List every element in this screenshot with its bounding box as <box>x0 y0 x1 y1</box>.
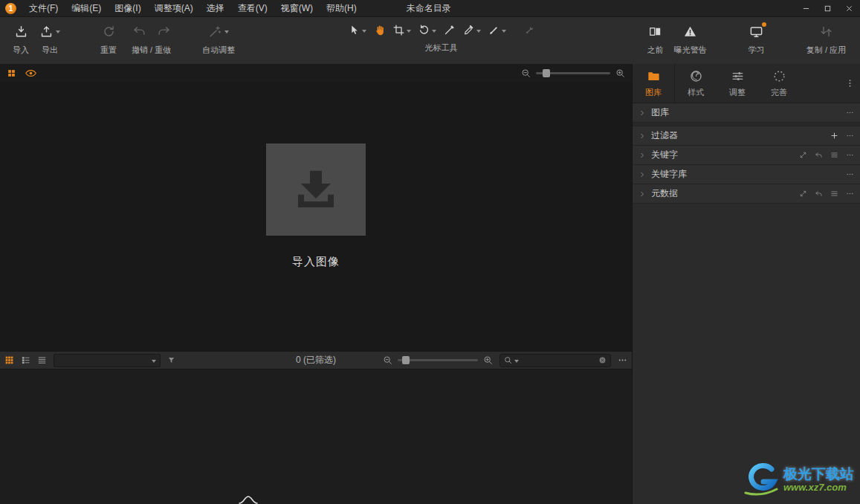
import-prompt-text: 导入图像 <box>292 255 340 269</box>
pick-color-tool[interactable] <box>462 24 481 36</box>
exposure-warning-label: 曝光警告 <box>674 45 707 56</box>
compact-view-icon[interactable] <box>37 355 47 365</box>
pen-icon <box>443 24 456 36</box>
auto-adjust-icon <box>208 25 222 39</box>
more-icon[interactable] <box>846 151 854 159</box>
expand-icon[interactable] <box>799 190 807 198</box>
learn-button[interactable]: 学习 <box>743 17 770 64</box>
section-keyword-library-label: 关键字库 <box>651 168 687 181</box>
filter-funnel-icon[interactable] <box>167 356 175 364</box>
rotate-icon <box>418 24 430 36</box>
section-library-label: 图库 <box>651 106 669 119</box>
menu-select[interactable]: 选择 <box>200 0 231 16</box>
browser-more-icon[interactable] <box>618 355 627 365</box>
redo-icon[interactable] <box>157 25 171 39</box>
import-icon <box>14 25 28 39</box>
pan-tool[interactable] <box>373 24 386 36</box>
import-dropzone[interactable] <box>266 143 366 236</box>
tab-refine[interactable]: 完善 <box>758 64 800 103</box>
add-icon[interactable] <box>830 132 838 140</box>
more-icon[interactable] <box>846 132 854 140</box>
more-icon[interactable] <box>846 190 854 198</box>
maximize-button[interactable] <box>817 0 838 16</box>
auto-adjust-button[interactable]: 自动调整 <box>197 17 240 64</box>
select-tool[interactable] <box>348 24 366 36</box>
chevron-down-icon <box>476 30 481 33</box>
chevron-down-icon <box>407 30 411 33</box>
section-filters[interactable]: 过滤器 <box>633 126 860 146</box>
draw-mask-tool[interactable] <box>488 24 506 36</box>
tab-adjust-label: 调整 <box>729 87 746 98</box>
cursor-tools-label: 光标工具 <box>425 42 458 54</box>
chevron-down-icon <box>514 360 519 363</box>
curve-mark <box>238 495 259 504</box>
section-library[interactable]: 图库 <box>633 103 860 123</box>
rotate-tool[interactable] <box>418 24 436 36</box>
customize-tools-button[interactable] <box>525 25 534 35</box>
minimize-icon <box>802 4 810 13</box>
menu-file[interactable]: 文件(F) <box>22 0 65 16</box>
menu-adjustments[interactable]: 调整项(A) <box>148 0 200 16</box>
before-after-button[interactable]: 之前 <box>642 17 669 64</box>
chevron-down-icon <box>432 30 436 33</box>
dotted-circle-icon <box>772 69 786 83</box>
download-arrow-icon <box>292 166 340 213</box>
expand-icon[interactable] <box>799 151 807 159</box>
presets-menu-icon[interactable] <box>830 190 838 198</box>
multi-view-icon[interactable] <box>7 68 16 78</box>
revert-icon[interactable] <box>815 190 823 198</box>
menu-help[interactable]: 帮助(H) <box>320 0 363 16</box>
list-view-icon[interactable] <box>21 355 30 365</box>
more-icon[interactable] <box>846 109 854 117</box>
reset-button[interactable]: 重置 <box>95 17 122 64</box>
minimize-button[interactable] <box>795 0 817 16</box>
section-metadata[interactable]: 元数据 <box>633 184 860 204</box>
section-keywords[interactable]: 关键字 <box>633 146 860 165</box>
presets-menu-icon[interactable] <box>830 151 838 159</box>
copy-apply-icon <box>819 25 833 39</box>
panel-options-icon[interactable] <box>845 79 855 88</box>
crop-tool[interactable] <box>392 24 411 36</box>
copy-apply-button[interactable]: 复制 / 应用 <box>801 17 851 64</box>
tab-library[interactable]: 图库 <box>633 64 675 103</box>
search-box[interactable] <box>499 354 611 367</box>
menu-window[interactable]: 视窗(W) <box>274 0 320 16</box>
zoom-in-icon[interactable] <box>615 68 625 78</box>
menu-image[interactable]: 图像(I) <box>108 0 147 16</box>
viewer-column: 导入图像 0 (已筛选) <box>0 64 633 504</box>
sliders-icon <box>731 69 745 83</box>
menu-edit[interactable]: 编辑(E) <box>65 0 108 16</box>
browser-zoom-handle[interactable] <box>402 356 410 364</box>
tab-styles-label: 样式 <box>688 87 704 98</box>
app-logo[interactable]: 1 <box>5 3 16 14</box>
tab-styles[interactable]: 样式 <box>675 64 717 103</box>
clear-search-icon[interactable] <box>598 356 607 364</box>
chevron-right-icon <box>638 152 646 159</box>
import-button[interactable]: 导入 <box>7 17 34 64</box>
browser-zoom-slider[interactable] <box>398 359 478 361</box>
viewer-zoom-slider[interactable] <box>536 72 610 74</box>
close-button[interactable] <box>838 0 860 16</box>
undo-icon[interactable] <box>132 25 146 39</box>
straighten-tool[interactable] <box>443 24 456 36</box>
viewer-zoom-handle[interactable] <box>543 69 550 77</box>
browser-area <box>0 369 632 504</box>
browser-zoom-in-icon[interactable] <box>483 355 493 365</box>
exposure-warning-button[interactable]: 曝光警告 <box>669 17 712 64</box>
revert-icon[interactable] <box>815 151 823 159</box>
proof-view-icon[interactable] <box>25 67 37 80</box>
search-input[interactable] <box>521 355 596 366</box>
app-window: 1 文件(F) 编辑(E) 图像(I) 调整项(A) 选择 查看(V) 视窗(W… <box>0 0 860 504</box>
copy-apply-label: 复制 / 应用 <box>806 45 846 56</box>
more-icon[interactable] <box>846 170 854 178</box>
browser-zoom-out-icon[interactable] <box>383 355 392 365</box>
app-logo-text: 1 <box>9 4 13 13</box>
section-keyword-library[interactable]: 关键字库 <box>633 165 860 184</box>
menu-view[interactable]: 查看(V) <box>231 0 274 16</box>
chevron-right-icon <box>638 109 646 117</box>
thumbnail-grid-icon[interactable] <box>4 355 14 365</box>
sort-dropdown[interactable] <box>54 354 161 367</box>
export-button[interactable]: 导出 <box>34 17 65 64</box>
viewer-canvas: 导入图像 <box>0 82 632 351</box>
tab-adjust[interactable]: 调整 <box>717 64 758 103</box>
